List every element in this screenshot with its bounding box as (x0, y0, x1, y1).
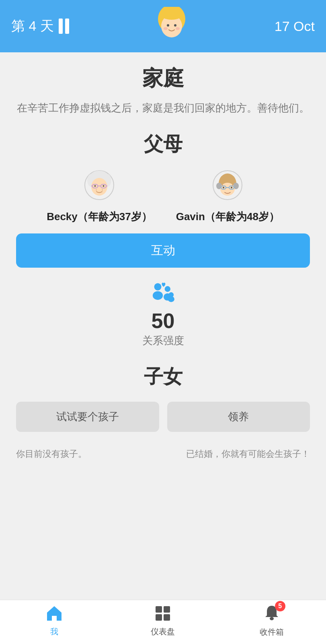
parents-row: Becky（年龄为37岁） (16, 169, 310, 224)
svg-point-41 (270, 617, 274, 620)
pause-button[interactable] (59, 19, 69, 34)
adopt-button[interactable]: 领养 (167, 402, 310, 432)
nav-label-inbox: 收件箱 (260, 627, 284, 638)
interact-button[interactable]: 互动 (16, 233, 310, 268)
relationship-number: 50 (152, 310, 175, 331)
parents-title: 父母 (16, 131, 310, 157)
nav-item-inbox[interactable]: 5 收件箱 (252, 604, 292, 638)
gavin-name: Gavin（年龄为48岁） (176, 210, 279, 224)
gavin-avatar (211, 169, 244, 206)
svg-point-6 (176, 27, 180, 30)
partial-info: 你目前没有孩子。 已结婚，你就有可能会生孩子！ (16, 444, 310, 464)
partial-text-right: 已结婚，你就有可能会生孩子！ (186, 448, 310, 460)
svg-point-4 (174, 24, 176, 27)
svg-point-17 (94, 185, 96, 187)
main-content: 家庭 在辛苦工作挣虚拟钱之后，家庭是我们回家的地方。善待他们。 父母 (0, 52, 326, 600)
svg-point-11 (91, 178, 107, 196)
svg-point-29 (223, 187, 224, 188)
partial-text-left: 你目前没有孩子。 (16, 448, 87, 460)
children-buttons: 试试要个孩子 领养 (16, 402, 310, 432)
pause-bar-right (65, 19, 69, 34)
gavin-avatar-svg (211, 169, 244, 201)
svg-point-2 (160, 7, 184, 20)
svg-point-33 (164, 286, 170, 291)
svg-rect-40 (164, 614, 170, 621)
nav-label-home: 我 (50, 626, 58, 637)
date-label: 17 Oct (275, 19, 315, 34)
svg-rect-39 (156, 614, 162, 621)
relationship-svg (149, 280, 178, 305)
svg-point-32 (152, 291, 162, 300)
nav-item-home[interactable]: 我 (34, 605, 74, 637)
family-description: 在辛苦工作挣虚拟钱之后，家庭是我们回家的地方。善待他们。 (16, 100, 310, 117)
family-title: 家庭 (16, 64, 310, 93)
nav-label-dashboard: 仪表盘 (151, 626, 175, 637)
svg-point-36 (168, 296, 174, 302)
home-icon (45, 605, 63, 624)
nav-item-dashboard[interactable]: 仪表盘 (143, 605, 183, 637)
bell-wrapper: 5 (263, 604, 281, 624)
relationship-label: 关系强度 (142, 334, 184, 348)
svg-point-30 (231, 187, 232, 188)
bell-icon: 5 (263, 604, 281, 624)
pause-bar-left (59, 19, 63, 34)
relationship-block: 50 关系强度 (16, 280, 310, 348)
relationship-icon (149, 280, 178, 307)
svg-rect-38 (164, 606, 170, 613)
day-label: 第 4 天 (11, 17, 54, 35)
inbox-badge: 5 (275, 601, 285, 611)
svg-point-18 (103, 185, 104, 187)
children-section: 子女 试试要个孩子 领养 (16, 364, 310, 432)
avatar-svg (156, 7, 188, 41)
svg-point-3 (167, 24, 169, 27)
parent-item-gavin[interactable]: Gavin（年龄为48岁） (176, 169, 279, 224)
header-left: 第 4 天 (11, 17, 69, 35)
bottom-nav: 我 仪表盘 5 收件箱 (0, 600, 326, 644)
dashboard-icon (154, 605, 172, 624)
becky-name: Becky（年龄为37岁） (47, 210, 152, 224)
becky-avatar (83, 169, 115, 206)
svg-point-31 (154, 283, 161, 290)
parent-item-becky[interactable]: Becky（年龄为37岁） (47, 169, 152, 224)
avatar (156, 7, 188, 45)
try-child-button[interactable]: 试试要个孩子 (16, 402, 159, 432)
becky-avatar-svg (83, 169, 115, 201)
svg-rect-37 (156, 606, 162, 613)
children-title: 子女 (16, 364, 310, 390)
app-header: 第 4 天 17 Oct (0, 0, 326, 52)
svg-point-5 (164, 27, 168, 30)
